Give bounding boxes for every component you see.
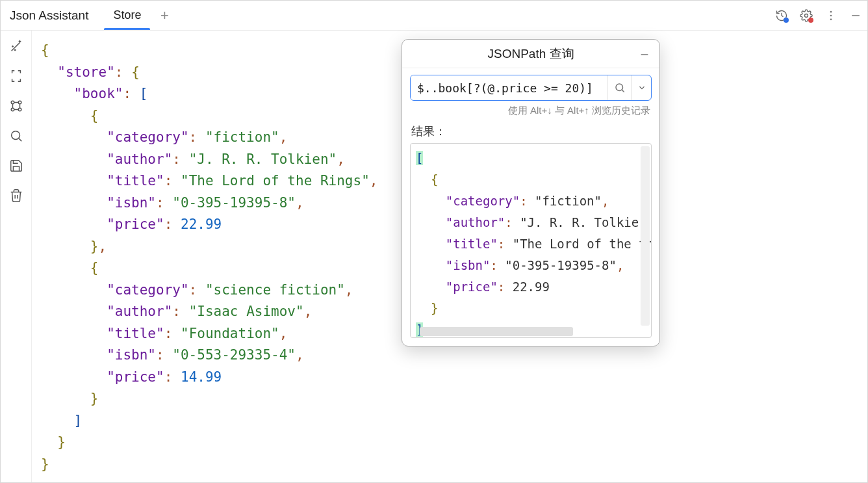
svg-point-3 — [830, 18, 832, 20]
save-icon[interactable] — [7, 157, 25, 175]
jsonpath-input[interactable] — [411, 75, 607, 100]
more-icon[interactable] — [823, 8, 839, 23]
svg-point-7 — [11, 108, 14, 111]
svg-point-12 — [616, 84, 623, 91]
svg-point-0 — [805, 14, 808, 17]
scrollbar-vertical[interactable] — [641, 146, 650, 326]
popup-result-label: 结果： — [411, 124, 650, 139]
compress-icon[interactable] — [7, 67, 25, 85]
search-icon[interactable] — [7, 127, 25, 145]
popup-header: JSONPath 查询 — [402, 40, 659, 68]
settings-icon[interactable] — [798, 8, 814, 23]
svg-line-10 — [19, 138, 21, 141]
history-icon[interactable] — [774, 8, 789, 23]
sidebar — [1, 31, 32, 482]
scrollbar-horizontal[interactable] — [420, 327, 573, 336]
tab-store[interactable]: Store — [100, 1, 154, 30]
wand-icon[interactable] — [7, 37, 25, 55]
app-title: Json Assistant — [10, 8, 88, 23]
svg-line-13 — [622, 90, 624, 92]
tab-label: Store — [113, 8, 141, 22]
svg-point-5 — [11, 101, 14, 104]
svg-point-9 — [11, 131, 19, 140]
popup-minimize-button[interactable] — [637, 47, 652, 62]
popup-result-view[interactable]: [ { "category": "fiction", "author": "J.… — [410, 143, 652, 338]
badge-dot-icon — [784, 18, 789, 23]
popup-title: JSONPath 查询 — [487, 46, 574, 62]
tabs: Store + — [100, 1, 175, 30]
jsonpath-search-row — [410, 75, 652, 101]
svg-point-2 — [830, 14, 832, 16]
minimize-icon[interactable] — [848, 8, 863, 23]
structure-icon[interactable] — [7, 97, 25, 115]
svg-point-8 — [18, 108, 21, 111]
svg-point-6 — [18, 101, 21, 104]
jsonpath-popup: JSONPath 查询 使用 Alt+↓ 与 Alt+↑ 浏览历史记录 结果： … — [402, 39, 660, 346]
titlebar: Json Assistant Store + — [1, 1, 867, 31]
popup-hint: 使用 Alt+↓ 与 Alt+↑ 浏览历史记录 — [402, 105, 650, 117]
jsonpath-history-dropdown[interactable] — [632, 75, 651, 100]
badge-dot-icon — [808, 18, 813, 23]
titlebar-actions — [774, 8, 863, 23]
svg-point-1 — [830, 10, 832, 12]
trash-icon[interactable] — [7, 187, 25, 205]
jsonpath-search-button[interactable] — [607, 75, 632, 100]
tab-add-button[interactable]: + — [154, 1, 175, 30]
